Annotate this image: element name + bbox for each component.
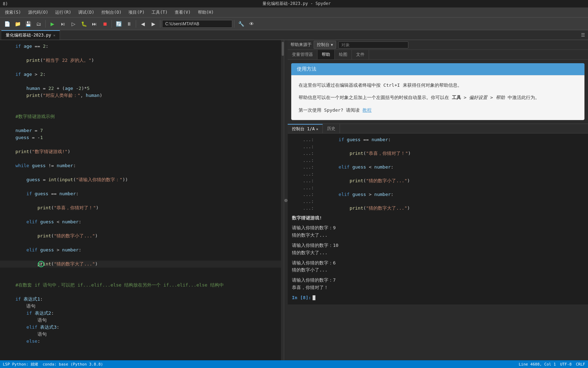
run-cell-btn[interactable]: ⏯: [58, 19, 68, 29]
right-bottom: 控制台 1/A ✕ 历史 ...: if guess == number: ..…: [288, 120, 588, 360]
console-wrapper[interactable]: ...: if guess == number: ...: ...: print…: [288, 133, 588, 360]
editor-line: [0, 197, 284, 204]
sep2: [112, 20, 112, 28]
editor-line: guess = int(input("请输入你猜的数字：")): [0, 176, 284, 183]
help-title: 使用方法: [297, 66, 316, 72]
help-object-input[interactable]: [338, 41, 408, 48]
editor-line: number = 7: [0, 127, 284, 134]
tab-filename: 量化编程基础-2023.py: [6, 32, 51, 38]
restart-btn[interactable]: 🔄: [114, 19, 123, 29]
editor-line: print("数字猜谜游戏!"): [0, 148, 284, 155]
console-output-line: 请输入你猜的数字：10: [292, 242, 584, 249]
editor-line: if age > 2:: [0, 71, 284, 78]
editor-tab-active[interactable]: 量化编程基础-2023.py ✕: [1, 30, 60, 40]
console-tab-label: 控制台 1/A: [292, 126, 315, 132]
console-line: ...: print("猜的数字大了..."): [292, 205, 584, 212]
run-btn[interactable]: ▶: [47, 19, 57, 29]
editor-line: [0, 268, 284, 275]
panel-tabs: 变量管理器 帮助 绘图 文件: [288, 50, 588, 60]
help-para3: 第一次使用 Spyder? 请阅读 教程: [299, 106, 577, 114]
editor-scroll-thumb[interactable]: [282, 42, 284, 56]
menu-search[interactable]: 搜索(S): [1, 8, 25, 17]
editor-content[interactable]: if age == 2: print("相当于 22 岁的人。") if a: [0, 40, 284, 348]
editor-line: [0, 106, 284, 113]
tab-files[interactable]: 文件: [352, 50, 369, 59]
debug-btn[interactable]: 🐛: [79, 19, 89, 29]
editor-line: print("猜的数字小了..."): [0, 232, 284, 239]
status-eol: CRLF: [576, 362, 586, 367]
back-btn[interactable]: ◀: [138, 19, 148, 29]
console-close-icon[interactable]: ✕: [316, 127, 318, 131]
editor-splitter[interactable]: ⊕: [284, 40, 288, 360]
wrench-btn[interactable]: 🔧: [236, 19, 246, 29]
save-btn[interactable]: 💾: [23, 19, 33, 29]
new-file-btn[interactable]: 📄: [2, 19, 12, 29]
console-tab-main[interactable]: 控制台 1/A ✕: [288, 124, 323, 133]
toolbar: 📄 📁 💾 🗂 ▶ ⏯ ▷ 🐛 ⏭ ⏹ 🔄 ⏸ ◀ ▶ 🔧 👁: [0, 18, 588, 30]
sep1: [45, 20, 46, 28]
run-selection-btn[interactable]: ▷: [68, 19, 78, 29]
console-prompt-line[interactable]: In [8]:: [292, 294, 584, 302]
history-tab-label: 历史: [327, 126, 335, 132]
console-output-line: 猜的数字小了...: [292, 267, 584, 274]
menu-console[interactable]: 控制台(O): [98, 8, 125, 17]
editor-wrapper[interactable]: if age == 2: print("相当于 22 岁的人。") if a: [0, 40, 284, 360]
editor-line: guess = -1: [0, 134, 284, 141]
console-area[interactable]: ...: if guess == number: ...: ...: print…: [288, 133, 588, 304]
console-output-line: 数字猜谜游戏!: [292, 215, 584, 222]
menu-bar: 搜索(S) 源代码(O) 运行(R) 调试(D) 控制台(O) 项目(P) 工具…: [0, 8, 588, 18]
step-btn[interactable]: ⏭: [89, 19, 99, 29]
console-line: ...: print("猜的数字小了..."): [292, 177, 584, 184]
help-tutorial-link[interactable]: 教程: [362, 107, 372, 113]
menu-help[interactable]: 帮助(H): [194, 8, 218, 17]
forward-btn[interactable]: ▶: [148, 19, 158, 29]
editor-line: if age == 2:: [0, 43, 284, 50]
right-panel: 帮助来源于 控制台 ▼ 变量管理器 帮助 绘图 文件: [288, 40, 588, 360]
editor-scrollbar[interactable]: [281, 40, 284, 360]
help-source-dropdown[interactable]: 控制台 ▼: [314, 41, 336, 49]
console-output-line: 猜的数字大了...: [292, 232, 584, 239]
menu-tools[interactable]: 工具(T): [148, 8, 171, 17]
console-output-line: 请输入你猜的数字：7: [292, 277, 584, 284]
console-line: ...:: [292, 171, 584, 178]
status-conda: conda: base (Python 3.8.8): [42, 362, 103, 367]
editor-line: [0, 225, 284, 232]
open-file-btn[interactable]: 📁: [13, 19, 22, 29]
menu-run[interactable]: 运行(R): [52, 8, 75, 17]
menu-project[interactable]: 项目(P): [125, 8, 148, 17]
tab-help[interactable]: 帮助: [318, 50, 335, 59]
console-output-block: 数字猜谜游戏! 请输入你猜的数字：9 猜的数字大了... 请输入你猜的数字：10…: [292, 215, 584, 302]
eye-btn[interactable]: 👁: [247, 19, 256, 29]
tab-charts[interactable]: 绘图: [335, 50, 352, 59]
help-source-bar: 帮助来源于 控制台 ▼: [288, 40, 588, 50]
status-encoding: UTF-8: [560, 362, 572, 367]
help-source-value: 控制台: [317, 42, 329, 48]
editor-cursor-line: print("猜的数字大了...") I: [0, 261, 284, 268]
console-line: ...: elif guess < number:: [292, 164, 584, 171]
editor-line: if guess == number:: [0, 190, 284, 197]
interrupt-btn[interactable]: ⏸: [124, 19, 134, 29]
console-line: ...:: [292, 198, 584, 205]
path-input[interactable]: [162, 20, 232, 28]
status-right: Line 4608, Col 1 UTF-8 CRLF: [519, 362, 585, 367]
editor-tab-bar: 量化编程基础-2023.py ✕ ☰: [0, 30, 588, 40]
sep3: [136, 20, 136, 28]
menu-view[interactable]: 查看(V): [171, 8, 194, 17]
console-output-line: 请输入你猜的数字：6: [292, 259, 584, 267]
editor-line: 语句: [0, 317, 284, 324]
editor-line: [0, 254, 284, 261]
tab-menu-btn[interactable]: ☰: [578, 30, 588, 40]
menu-source[interactable]: 源代码(O): [25, 8, 52, 17]
console-tab-history[interactable]: 历史: [323, 124, 340, 133]
save-all-btn[interactable]: 🗂: [34, 19, 44, 29]
stop-btn[interactable]: ⏹: [100, 19, 110, 29]
tab-close-btn[interactable]: ✕: [53, 33, 55, 37]
editor-line: #数字猜谜游戏示例: [0, 113, 284, 120]
console-line: ...:: [292, 184, 584, 191]
console-output-line: 恭喜，你猜对了！: [292, 284, 584, 291]
move-cursor-icon: ⊕: [284, 197, 288, 204]
editor-line: [0, 239, 284, 247]
editor-line: if 表达式2:: [0, 310, 284, 317]
menu-debug[interactable]: 调试(D): [75, 8, 98, 17]
tab-var-manager[interactable]: 变量管理器: [288, 50, 318, 59]
